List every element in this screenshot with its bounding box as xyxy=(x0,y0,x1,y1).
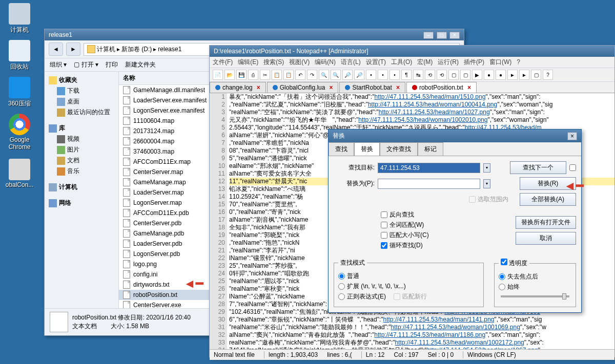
wrap-check[interactable]: 循环查找(D) xyxy=(381,241,512,250)
tab-close-icon[interactable]: × xyxy=(257,84,260,91)
find-input[interactable] xyxy=(378,163,480,173)
menu-item[interactable]: 运行(R) xyxy=(438,58,459,66)
menu-item[interactable]: 编辑(E) xyxy=(238,58,258,66)
forward-button[interactable]: ► xyxy=(66,42,80,56)
replace-dropdown[interactable]: ▾ xyxy=(483,179,490,188)
minimize-button[interactable]: – xyxy=(423,32,434,39)
reverse-check[interactable]: 反向查找 xyxy=(381,210,512,219)
toolbar-icon[interactable]: ► xyxy=(507,70,518,80)
open-menu[interactable]: ▢ 打开 ▾ xyxy=(74,60,98,69)
crumb[interactable]: 新加卷 (D:) xyxy=(121,45,152,54)
menu-item[interactable]: 文件(F) xyxy=(213,58,233,66)
toolbar-icon[interactable]: ► xyxy=(519,70,529,80)
tab-close-icon[interactable]: × xyxy=(396,84,400,91)
maximize-button[interactable]: □ xyxy=(437,32,447,39)
menu-item[interactable]: 搜索(S) xyxy=(263,58,284,66)
crumb[interactable]: release1 xyxy=(158,46,181,53)
tab-replace[interactable]: 替换 xyxy=(354,142,380,156)
desktop-icon-file[interactable]: obalCon... xyxy=(4,159,35,188)
sidebar-network[interactable]: 网络 xyxy=(47,198,116,208)
replace-input[interactable] xyxy=(378,179,480,189)
editor-tab[interactable]: robotPosition.txt× xyxy=(406,82,477,93)
toolbar-icon[interactable]: 🔎 xyxy=(342,70,353,80)
menu-item[interactable]: 视图(V) xyxy=(289,58,310,66)
sidebar-downloads[interactable]: 下载 xyxy=(47,85,116,96)
matchcase-check[interactable]: 匹配大小写(C) xyxy=(381,231,512,240)
mode-extended[interactable]: 扩展 (\n, \r, \t, \0, \x...) xyxy=(338,282,479,291)
toolbar-icon[interactable]: ⟲ xyxy=(425,70,435,80)
notepad-titlebar[interactable]: D:\release1\robotPosition.txt - Notepad+… xyxy=(210,46,614,57)
toolbar-icon[interactable]: ¶ xyxy=(401,70,412,80)
tab-mark[interactable]: 标记 xyxy=(418,142,443,156)
dialog-titlebar[interactable]: 替换 × xyxy=(329,130,581,142)
menu-item[interactable]: ? xyxy=(517,58,520,66)
toolbar-icon[interactable]: ? xyxy=(543,70,553,80)
tab-findinfiles[interactable]: 文件查找 xyxy=(380,142,418,156)
desktop-icon-360zip[interactable]: 360压缩 xyxy=(4,77,35,108)
tab-close-icon[interactable]: × xyxy=(467,84,471,91)
toolbar-icon[interactable]: • xyxy=(389,70,400,80)
wholeword-check[interactable]: 全词匹配(W) xyxy=(381,221,512,229)
back-button[interactable]: ◄ xyxy=(49,42,63,56)
replaceallopen-button[interactable]: 替换所有打开文件 xyxy=(516,216,576,229)
editor-tab[interactable]: StartRobot.bat× xyxy=(339,82,405,93)
desktop-icon-chrome[interactable]: Google Chrome xyxy=(4,114,35,151)
menu-item[interactable]: 编码(N) xyxy=(315,58,336,66)
toolbar-icon[interactable]: ▢ xyxy=(460,70,470,80)
transparency-slider[interactable] xyxy=(501,295,569,297)
menu-item[interactable]: 语言(L) xyxy=(341,58,361,66)
findnext-check[interactable] xyxy=(569,164,576,171)
mode-normal[interactable]: 普通 xyxy=(338,272,479,281)
tab-close-icon[interactable]: × xyxy=(329,84,333,91)
sidebar-recent[interactable]: 最近访问的位置 xyxy=(47,107,116,118)
cancel-button[interactable]: 取消 xyxy=(516,232,576,245)
sidebar-documents[interactable]: 文档 xyxy=(47,155,116,166)
sidebar-computer[interactable]: 计算机 xyxy=(47,182,116,192)
toolbar-icon[interactable]: ▢ xyxy=(531,70,541,80)
sidebar-music[interactable]: 音乐 xyxy=(47,166,116,177)
menu-item[interactable]: 设置(T) xyxy=(366,58,386,66)
sidebar-pictures[interactable]: 图片 xyxy=(47,144,116,155)
editor-tab[interactable]: GlobalConfig.lua× xyxy=(267,82,339,93)
toolbar-icon[interactable]: ▶ xyxy=(472,70,482,80)
toolbar-icon[interactable]: ✂ xyxy=(260,70,270,80)
desktop-icon-recycle[interactable]: 回收站 xyxy=(4,40,35,71)
toolbar-icon[interactable]: 🔍 xyxy=(319,70,329,80)
sidebar-desktop[interactable]: 桌面 xyxy=(47,96,116,107)
crumb[interactable]: 计算机 xyxy=(97,45,115,54)
tab-find[interactable]: 查找 xyxy=(329,142,354,156)
transparency-legend[interactable]: 透明度 xyxy=(499,259,529,268)
toolbar-icon[interactable]: 💾 xyxy=(236,70,247,80)
explorer-titlebar[interactable]: release1 – □ × xyxy=(45,29,464,40)
newfolder-button[interactable]: 新建文件夹 xyxy=(125,60,156,69)
menu-item[interactable]: 工具(O) xyxy=(391,58,412,66)
print-button[interactable]: 打印 xyxy=(106,60,118,69)
toolbar-icon[interactable]: ● xyxy=(496,70,506,80)
organize-menu[interactable]: 组织 ▾ xyxy=(50,60,67,69)
desktop-icon-computer[interactable]: 计算机 xyxy=(4,3,35,34)
sidebar-favorites[interactable]: 收藏夹 xyxy=(47,75,116,85)
toolbar-icon[interactable]: 🔎 xyxy=(354,70,364,80)
findnext-button[interactable]: 查找下一个 xyxy=(510,161,566,174)
toolbar-icon[interactable]: ⎙ xyxy=(248,70,258,80)
toolbar-icon[interactable]: ● xyxy=(484,70,494,80)
menu-item[interactable]: 宏(M) xyxy=(417,58,433,66)
toolbar-icon[interactable]: 📂 xyxy=(224,70,235,80)
range-check[interactable]: 选取范围内 xyxy=(469,195,508,204)
menu-item[interactable]: 插件(P) xyxy=(464,58,484,66)
toolbar-icon[interactable]: ▢ xyxy=(448,70,459,80)
menu-item[interactable]: 窗口(W) xyxy=(489,58,511,66)
replaceall-button[interactable]: 全部替换(A) xyxy=(520,193,576,206)
toolbar-icon[interactable]: ↷ xyxy=(307,70,317,80)
toolbar-icon[interactable]: ↹ xyxy=(413,70,423,80)
trans-onlose[interactable]: 失去焦点后 xyxy=(499,272,571,281)
toolbar-icon[interactable]: 📄 xyxy=(213,70,223,80)
find-dropdown[interactable]: ▾ xyxy=(483,163,490,173)
toolbar-icon[interactable]: 📋 xyxy=(283,70,294,80)
sidebar-libraries[interactable]: 库 xyxy=(47,123,116,134)
editor-tab[interactable]: change.log× xyxy=(210,82,266,93)
toolbar-icon[interactable]: 🔍 xyxy=(331,70,341,80)
close-button[interactable]: × xyxy=(449,32,460,39)
toolbar-icon[interactable]: • xyxy=(366,70,376,80)
toolbar-icon[interactable]: 📋 xyxy=(272,70,282,80)
